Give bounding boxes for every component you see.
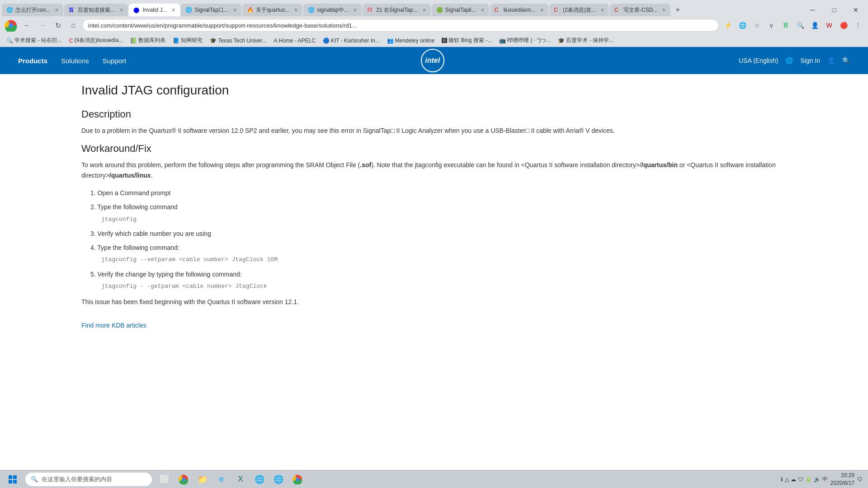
intel-logo[interactable]: intel xyxy=(126,49,739,72)
bookmark-label-7: KIT - Karlsruher In... xyxy=(331,38,380,44)
steps-list: Open a Command prompt Type the following… xyxy=(81,188,787,291)
bookmark-label-8: Mendeley online xyxy=(395,38,434,44)
close-button[interactable]: ✕ xyxy=(845,4,866,16)
bookmark-11[interactable]: 🎓 百度学术 - 保持学... xyxy=(555,36,616,45)
start-button[interactable] xyxy=(2,471,24,488)
address-input[interactable] xyxy=(82,19,719,32)
bookmark-label-4: 知网研究 xyxy=(181,37,203,44)
step-3: Verify which cable number you are using xyxy=(90,228,787,239)
tab-close-10[interactable]: ✕ xyxy=(600,7,604,13)
tab-favicon-8: 🟢 xyxy=(436,7,443,13)
forward-button[interactable]: → xyxy=(36,19,49,32)
tab-label-2: 百度知道搜索... xyxy=(78,6,115,14)
tab-close-4[interactable]: ✕ xyxy=(233,7,237,13)
bookmark-7[interactable]: 🔵 KIT - Karlsruher In... xyxy=(320,37,382,45)
back-button[interactable]: ← xyxy=(21,19,33,32)
tab-close-8[interactable]: ✕ xyxy=(481,7,485,13)
tab-label-6: signaltap中... xyxy=(317,6,349,14)
reload-button[interactable]: ↻ xyxy=(52,19,64,32)
tab-close-1[interactable]: ✕ xyxy=(55,7,59,13)
bookmark-4[interactable]: 📘 知网研究 xyxy=(170,36,205,45)
tab-6[interactable]: 🌐 signaltap中... ✕ xyxy=(303,4,362,16)
taskbar-search-box[interactable]: 🔍 在这里输入你要搜索的内容 xyxy=(25,473,152,486)
tab-1[interactable]: 🌐 怎么打开con... ✕ xyxy=(2,4,63,16)
search-icon[interactable]: 🔍 xyxy=(842,57,850,64)
systray-icons: ℹ △ ☁ 🛡 🔋 🔊 中 xyxy=(781,475,828,483)
find-more-link[interactable]: Find more KDB articles xyxy=(81,322,146,329)
tab-close-5[interactable]: ✕ xyxy=(294,7,298,13)
nav-support[interactable]: Support xyxy=(103,55,127,66)
taskbar-excel-icon[interactable]: X xyxy=(231,471,250,488)
workaround-intro-text: To work around this problem, perform the… xyxy=(81,160,787,180)
taskbar-view-icon[interactable]: ⬜ xyxy=(156,471,174,488)
new-tab-button[interactable]: + xyxy=(671,4,684,16)
systray-lang-icon[interactable]: 中 xyxy=(822,475,828,483)
systray-shield-icon: 🛡 xyxy=(798,476,803,483)
chrome-logo xyxy=(4,18,18,33)
home-button[interactable]: ⌂ xyxy=(67,19,80,32)
tab-label-5: 关于quartus... xyxy=(256,6,289,14)
minimize-button[interactable]: ─ xyxy=(802,4,823,16)
notifications-icon[interactable]: 🗨 xyxy=(857,476,863,483)
profile3-icon[interactable]: 🔴 xyxy=(837,19,850,32)
intel-logo-text: intel xyxy=(425,56,440,65)
extensions-icon[interactable]: ⚡ xyxy=(722,19,734,32)
taskbar-network-icon[interactable]: 🌐 xyxy=(250,471,269,488)
bookmark-1[interactable]: 🔍 学术搜索 - 站在巨... xyxy=(4,36,65,45)
tab-close-3[interactable]: ✕ xyxy=(171,7,175,13)
tab-10[interactable]: C (2条消息)首... ✕ xyxy=(549,4,609,16)
search-icon[interactable]: 🔍 xyxy=(794,19,807,32)
linux-bold: /quartus/linux xyxy=(109,172,151,179)
bookmark-icon-9: 🅱 xyxy=(442,38,447,44)
tab-3[interactable]: ⬤ Invalid J... ✕ xyxy=(129,4,180,16)
tab-7[interactable]: 21 21 在SignalTap... ✕ xyxy=(363,4,430,16)
systray-volume-icon[interactable]: 🔊 xyxy=(814,476,821,483)
tab-8[interactable]: 🟢 SignalTapii... ✕ xyxy=(432,4,489,16)
tab-9[interactable]: C liuxuediann... ✕ xyxy=(490,4,549,16)
address-bar: ← → ↻ ⌂ ⚡ 🌐 ☆ ∨ 百 🔍 👤 W 🔴 ⋮ xyxy=(0,16,868,34)
tab-close-11[interactable]: ✕ xyxy=(662,7,666,13)
profile-icon[interactable]: 👤 xyxy=(808,19,821,32)
systray-arrow-icon[interactable]: △ xyxy=(785,476,789,483)
nav-products[interactable]: Products xyxy=(18,55,47,66)
bookmark-8[interactable]: 👥 Mendeley online xyxy=(384,37,437,45)
bookmark-3[interactable]: 📗 数据库列表 xyxy=(127,36,168,45)
translate-icon[interactable]: 🌐 xyxy=(736,19,749,32)
article-area: Invalid JTAG configuration Description D… xyxy=(0,74,868,338)
bookmark-6[interactable]: A Home - APELC xyxy=(271,37,318,45)
baidu-icon[interactable]: 百 xyxy=(779,19,792,32)
taskbar-ie2-icon[interactable]: 🌐 xyxy=(269,471,288,488)
profile2-icon[interactable]: W xyxy=(823,19,835,32)
bookmark-5[interactable]: 🎓 Texas Tech Univer... xyxy=(207,37,269,45)
article-title: Invalid JTAG configuration xyxy=(81,83,787,98)
taskbar-file-icon[interactable]: 📁 xyxy=(193,471,212,488)
bookmark-2[interactable]: C (9条消息)liuxuedia... xyxy=(66,36,126,45)
taskbar-chrome2-icon[interactable] xyxy=(288,471,307,488)
taskbar-search-text: 在这里输入你要搜索的内容 xyxy=(42,475,112,483)
tab-close-9[interactable]: ✕ xyxy=(540,7,544,13)
more-icon[interactable]: ⋮ xyxy=(852,19,864,32)
taskbar-app-icons: ⬜ 📁 e X 🌐 🌐 xyxy=(156,471,307,488)
tab-2[interactable]: 百 百度知道搜索... ✕ xyxy=(64,4,128,16)
tab-5[interactable]: 🔥 关于quartus... ✕ xyxy=(242,4,302,16)
tab-close-6[interactable]: ✕ xyxy=(353,7,357,13)
bookmark-chevron-icon[interactable]: ∨ xyxy=(765,19,778,32)
maximize-button[interactable]: □ xyxy=(824,4,844,16)
systray-info-icon: ℹ xyxy=(781,476,783,483)
bookmark-10[interactable]: 📺 哔哩哔哩 ( · °)つ... xyxy=(496,36,553,45)
tab-11[interactable]: C 写文章-CSD... ✕ xyxy=(610,4,670,16)
taskbar-ie-icon[interactable]: e xyxy=(212,471,231,488)
globe-icon: 🌐 xyxy=(785,57,793,64)
nav-solutions[interactable]: Solutions xyxy=(61,55,89,66)
region-selector[interactable]: USA (English) xyxy=(739,57,778,64)
taskbar-chrome-icon[interactable] xyxy=(175,471,193,488)
tab-close-7[interactable]: ✕ xyxy=(422,7,426,13)
tab-4[interactable]: 🌐 SignalTap口... ✕ xyxy=(181,4,241,16)
tab-favicon-2: 百 xyxy=(69,7,75,13)
svg-point-2 xyxy=(9,23,13,28)
bookmark-icon[interactable]: ☆ xyxy=(750,19,763,32)
taskbar-clock[interactable]: 20:29 2020/6/17 xyxy=(830,472,854,487)
tab-close-2[interactable]: ✕ xyxy=(119,7,123,13)
bookmark-9[interactable]: 🅱 微软 Bing 搜索 -... xyxy=(439,36,495,45)
sign-in-button[interactable]: Sign In xyxy=(800,57,820,64)
